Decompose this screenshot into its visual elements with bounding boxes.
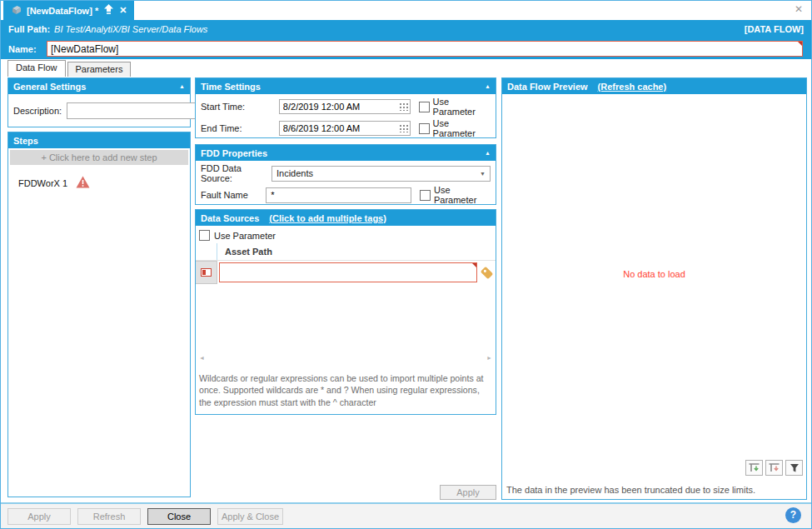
- pin-right-red-icon: [768, 462, 780, 473]
- fdd-source-dropdown[interactable]: Incidents ▼: [271, 166, 491, 182]
- fdd-source-label: FDD Data Source:: [201, 163, 271, 183]
- validation-corner-icon: [798, 42, 802, 46]
- name-input-wrap: [47, 41, 803, 57]
- promote-arrow-icon[interactable]: [103, 4, 114, 17]
- fdd-properties-panel: FDD Properties ▲ FDD Data Source: Incide…: [195, 144, 496, 205]
- end-time-wrap: [279, 121, 411, 136]
- start-time-label: Start Time:: [201, 102, 279, 112]
- date-picker-icon[interactable]: [399, 124, 408, 132]
- start-use-parameter-label: Use Parameter: [433, 97, 491, 117]
- asset-path-wrap: [219, 262, 477, 282]
- dataflow-cube-icon: [11, 5, 22, 17]
- fault-use-parameter-checkbox[interactable]: [420, 190, 431, 201]
- start-time-row: Start Time: Use Parameter: [196, 97, 496, 116]
- pin-column-right-button[interactable]: [765, 460, 783, 476]
- add-multiple-tags-link[interactable]: (Click to add multiple tags): [269, 213, 386, 223]
- end-time-label: End Time:: [201, 123, 279, 133]
- row-selector-column: [196, 243, 217, 260]
- fault-name-row: Fault Name Use Parameter: [196, 186, 496, 204]
- apply-and-close-button[interactable]: Apply & Close: [217, 508, 283, 525]
- editor-tabs: Data Flow Parameters: [7, 60, 132, 77]
- fdd-source-row: FDD Data Source: Incidents ▼: [196, 164, 496, 182]
- data-sources-title: Data Sources: [201, 213, 259, 223]
- add-step-button[interactable]: + Click here to add new step: [10, 150, 188, 165]
- sources-grid-header: Asset Path: [196, 243, 496, 261]
- data-sources-header: Data Sources (Click to add multiple tags…: [196, 210, 496, 226]
- collapse-icon[interactable]: ▲: [179, 83, 185, 89]
- titlebar: [NewDataFlow] * ✕ ✕: [1, 1, 811, 20]
- step-item-fddworx[interactable]: FDDWorX 1: [8, 167, 190, 199]
- general-settings-panel: General Settings ▲ Description:: [7, 77, 191, 127]
- help-icon[interactable]: ?: [785, 507, 801, 523]
- apply-changes-button[interactable]: Apply Changes: [440, 485, 496, 500]
- time-settings-title: Time Settings: [201, 82, 261, 92]
- asset-path-row: [196, 261, 496, 284]
- document-tab-title: [NewDataFlow] *: [27, 6, 98, 16]
- full-path-value: BI Test/AnalytiX/BI Server/Data Flows: [54, 24, 207, 34]
- document-tab[interactable]: [NewDataFlow] * ✕: [3, 1, 134, 20]
- end-use-parameter-label: Use Parameter: [433, 118, 491, 138]
- start-time-wrap: [279, 99, 411, 114]
- horizontal-scrollbar[interactable]: ◄ ►: [197, 354, 494, 362]
- type-badge: [DATA FLOW]: [745, 24, 804, 34]
- fault-name-label: Fault Name: [201, 190, 266, 200]
- name-label: Name:: [8, 44, 47, 54]
- asset-path-column-header: Asset Path: [217, 247, 272, 257]
- fdd-properties-header[interactable]: FDD Properties ▲: [196, 145, 496, 161]
- step-item-label: FDDWorX 1: [18, 178, 67, 188]
- refresh-button[interactable]: Refresh: [77, 508, 141, 525]
- warning-icon: [76, 176, 90, 190]
- apply-button[interactable]: Apply: [7, 508, 71, 525]
- end-time-input[interactable]: [279, 121, 411, 136]
- date-picker-icon[interactable]: [399, 102, 408, 111]
- general-settings-body: Description:: [8, 94, 190, 127]
- start-time-input[interactable]: [279, 99, 411, 114]
- steps-panel: Steps + Click here to add new step FDDWo…: [7, 132, 191, 497]
- start-use-parameter-checkbox[interactable]: [419, 102, 430, 112]
- data-sources-panel: Data Sources (Click to add multiple tags…: [195, 209, 496, 415]
- description-label: Description:: [13, 106, 62, 116]
- tab-close-icon[interactable]: ✕: [119, 6, 127, 15]
- no-data-message: No data to load: [502, 269, 806, 279]
- steps-header: Steps: [8, 132, 190, 148]
- full-path-label: Full Path:: [8, 24, 50, 34]
- end-use-parameter-checkbox[interactable]: [419, 123, 430, 134]
- close-button[interactable]: Close: [147, 508, 211, 525]
- sources-use-parameter-checkbox[interactable]: [199, 230, 210, 241]
- preview-title: Data Flow Preview: [507, 82, 588, 92]
- time-settings-panel: Time Settings ▲ Start Time: Use Paramete…: [195, 77, 496, 138]
- time-settings-header[interactable]: Time Settings ▲: [196, 78, 496, 94]
- tab-parameters[interactable]: Parameters: [67, 62, 132, 77]
- general-settings-header[interactable]: General Settings ▲: [8, 78, 190, 94]
- collapse-icon[interactable]: ▲: [485, 83, 491, 89]
- scroll-right-icon[interactable]: ►: [486, 355, 492, 361]
- fault-use-parameter-label: Use Parameter: [434, 185, 491, 205]
- data-flow-preview-panel: Data Flow Preview (Refresh cache) No dat…: [501, 77, 807, 500]
- row-selector-cell[interactable]: [196, 261, 217, 284]
- sources-use-parameter-row: Use Parameter: [196, 226, 496, 243]
- footer-bar: Apply Refresh Close Apply & Close ?: [1, 502, 811, 528]
- refresh-cache-link[interactable]: (Refresh cache): [598, 82, 667, 92]
- asset-path-input[interactable]: [219, 262, 477, 282]
- window-close-icon[interactable]: ✕: [795, 4, 803, 14]
- collapse-icon[interactable]: ▲: [485, 150, 491, 156]
- tag-icon: [480, 266, 493, 279]
- pin-left-green-icon: [748, 462, 760, 473]
- wildcards-help-text: Wildcards or regular expressions can be …: [199, 372, 493, 408]
- tag-browse-button[interactable]: [477, 263, 496, 282]
- truncated-message: The data in the preview has been truncat…: [506, 485, 755, 495]
- fdd-source-value: Incidents: [276, 168, 313, 178]
- fault-name-wrap: [266, 187, 411, 203]
- fdd-properties-title: FDD Properties: [201, 148, 267, 158]
- row-edit-icon: [201, 268, 212, 277]
- pin-column-left-button[interactable]: [745, 460, 763, 476]
- fault-name-input[interactable]: [266, 187, 411, 203]
- tab-data-flow[interactable]: Data Flow: [7, 60, 66, 77]
- preview-toolbar: [745, 460, 803, 476]
- end-time-row: End Time: Use Parameter: [196, 119, 496, 137]
- scroll-left-icon[interactable]: ◄: [199, 355, 205, 361]
- preview-header: Data Flow Preview (Refresh cache): [502, 78, 806, 94]
- filter-button[interactable]: [785, 460, 803, 476]
- validation-corner-icon: [472, 263, 476, 267]
- name-input[interactable]: [47, 41, 803, 57]
